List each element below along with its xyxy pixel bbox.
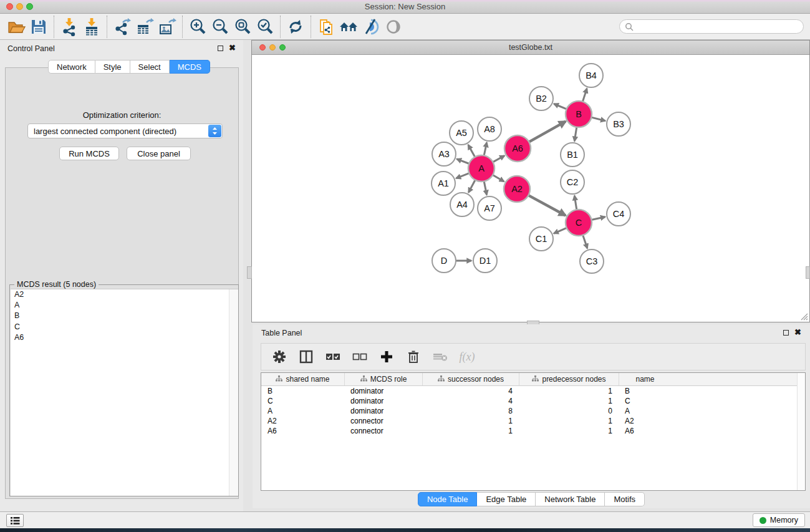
import-table-button[interactable] — [80, 16, 103, 37]
edge-A-A3[interactable] — [457, 159, 470, 164]
tab-node-table[interactable]: Node Table — [418, 492, 478, 506]
result-scrollbar[interactable] — [229, 289, 238, 496]
tab-motifs[interactable]: Motifs — [605, 492, 645, 506]
edge-A6-B[interactable] — [529, 122, 566, 142]
result-item[interactable]: A — [11, 300, 238, 311]
node-B3[interactable]: B3 — [607, 112, 630, 136]
table-row[interactable]: Cdominator41C — [261, 396, 805, 406]
zoom-in-button[interactable] — [186, 16, 209, 37]
run-mcds-button[interactable]: Run MCDS — [59, 147, 119, 160]
tab-select[interactable]: Select — [130, 60, 170, 74]
node-B4[interactable]: B4 — [579, 64, 603, 87]
close-panel-button[interactable]: Close panel — [127, 147, 191, 160]
node-A4[interactable]: A4 — [450, 193, 474, 216]
edge-A-A5[interactable] — [468, 145, 475, 157]
search-input[interactable] — [619, 19, 804, 34]
node-B1[interactable]: B1 — [561, 143, 584, 167]
edge-C-C4[interactable] — [592, 217, 605, 220]
tab-mcds[interactable]: MCDS — [170, 60, 210, 74]
float-panel-icon[interactable] — [783, 330, 789, 336]
edge-C-C1[interactable] — [554, 228, 567, 233]
node-C4[interactable]: C4 — [607, 202, 630, 226]
edge-A-A6[interactable] — [493, 156, 504, 162]
tab-style[interactable]: Style — [95, 60, 130, 74]
edge-C-C2[interactable] — [574, 196, 577, 210]
edge-B-B4[interactable] — [582, 89, 587, 102]
column-header-successor-nodes[interactable]: successor nodes — [422, 373, 519, 385]
node-A7[interactable]: A7 — [478, 196, 501, 220]
node-D[interactable]: D — [432, 249, 456, 273]
splitter-handle[interactable] — [247, 266, 252, 279]
node-A5[interactable]: A5 — [450, 121, 473, 145]
edge-A-A8[interactable] — [484, 143, 486, 156]
zoom-fit-button[interactable] — [231, 16, 254, 37]
add-column-icon[interactable] — [378, 349, 395, 365]
column-header-name[interactable]: name — [619, 373, 671, 385]
tab-network[interactable]: Network — [48, 60, 95, 74]
edge-A2-C[interactable] — [528, 195, 566, 215]
column-layout-icon[interactable] — [298, 349, 314, 365]
column-header-predecessor-nodes[interactable]: predecessor nodes — [519, 373, 619, 385]
table-row[interactable]: A2connector11A2 — [261, 416, 805, 426]
node-C1[interactable]: C1 — [529, 227, 553, 251]
result-item[interactable]: A6 — [11, 332, 238, 343]
export-table-button[interactable] — [133, 16, 156, 37]
criterion-dropdown[interactable]: largest connected component (directed) — [27, 123, 223, 138]
function-builder-icon[interactable]: f(x) — [459, 349, 475, 365]
node-B[interactable]: B — [566, 101, 592, 127]
clear-table-icon[interactable] — [432, 349, 448, 365]
result-item[interactable]: A2 — [11, 289, 238, 300]
node-C[interactable]: C — [566, 210, 592, 236]
node-A3[interactable]: A3 — [432, 142, 456, 166]
node-A8[interactable]: A8 — [478, 117, 501, 141]
node-C2[interactable]: C2 — [561, 170, 584, 194]
show-details-button[interactable] — [382, 16, 405, 37]
edge-C-C3[interactable] — [583, 235, 587, 248]
deselect-all-icon[interactable] — [352, 349, 368, 365]
table-row[interactable]: A6connector11A6 — [261, 426, 805, 436]
save-session-button[interactable] — [27, 16, 50, 37]
node-A[interactable]: A — [468, 155, 494, 181]
edge-A-A7[interactable] — [484, 181, 486, 195]
edge-A-A2[interactable] — [493, 175, 504, 182]
select-all-icon[interactable] — [325, 349, 341, 365]
splitter-handle[interactable] — [806, 266, 810, 279]
node-A6[interactable]: A6 — [504, 135, 531, 162]
delete-column-icon[interactable] — [405, 349, 422, 365]
float-panel-icon[interactable] — [218, 46, 223, 51]
gear-icon[interactable] — [271, 349, 287, 365]
close-panel-icon[interactable]: ✖ — [229, 44, 236, 52]
tab-edge-table[interactable]: Edge Table — [477, 492, 536, 506]
edge-A-A4[interactable] — [468, 180, 475, 193]
network-canvas[interactable]: B4B2BB3A8A5A6A3B1AC2A1A2A4A7C4CC1DD1C3 — [252, 55, 809, 322]
hide-details-button[interactable] — [360, 16, 382, 37]
memory-button[interactable]: Memory — [753, 513, 805, 527]
node-D1[interactable]: D1 — [473, 249, 497, 273]
edge-A-A1[interactable] — [456, 173, 470, 178]
export-network-button[interactable] — [111, 16, 133, 37]
resize-grip-icon[interactable] — [799, 312, 808, 321]
column-header-MCDS-role[interactable]: MCDS role — [344, 373, 422, 385]
mcds-result-list[interactable]: A2ABCA6 — [11, 289, 238, 496]
close-panel-icon[interactable]: ✖ — [794, 329, 801, 336]
export-image-button[interactable] — [156, 16, 178, 37]
zoom-selected-button[interactable] — [254, 16, 276, 37]
import-network-button[interactable] — [58, 16, 80, 37]
result-item[interactable]: C — [11, 322, 238, 332]
node-C3[interactable]: C3 — [580, 249, 604, 273]
node-A2[interactable]: A2 — [504, 176, 530, 202]
tab-network-table[interactable]: Network Table — [536, 492, 605, 506]
edge-B-B3[interactable] — [591, 117, 605, 121]
table-row[interactable]: Bdominator41B — [261, 386, 805, 396]
home-button[interactable] — [337, 16, 360, 37]
node-B2[interactable]: B2 — [529, 87, 553, 110]
edge-B-B1[interactable] — [574, 127, 577, 142]
result-item[interactable]: B — [11, 311, 238, 321]
task-history-button[interactable] — [6, 514, 24, 527]
table-scrollbar[interactable] — [797, 373, 805, 490]
refresh-button[interactable] — [284, 16, 307, 37]
edge-B-B2[interactable] — [554, 104, 566, 109]
table-row[interactable]: Adominator80A — [261, 406, 805, 416]
node-A1[interactable]: A1 — [432, 172, 455, 195]
column-header-shared-name[interactable]: shared name — [261, 373, 344, 385]
